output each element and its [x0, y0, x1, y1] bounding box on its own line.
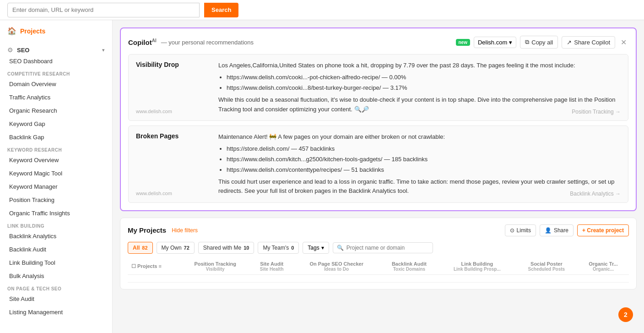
- sidebar-item-bulk-analysis[interactable]: Bulk Analysis: [0, 269, 112, 283]
- copilot-card: CopilotAI — your personal recommendation…: [120, 27, 637, 211]
- notification-badge[interactable]: 2: [618, 307, 633, 322]
- col-organic-traffic: Organic Tr... Organic...: [578, 258, 629, 275]
- sidebar-item-position-tracking[interactable]: Position Tracking: [0, 193, 112, 207]
- table-cell-ba: [379, 274, 439, 282]
- col-position-tracking: Position Tracking Visibility: [180, 258, 250, 275]
- list-item: https://www.delish.com/kitch...g2500/kit…: [227, 155, 621, 164]
- seo-section-label: SEO: [17, 47, 29, 54]
- list-item: https://www.delish.com/contenttype/recip…: [227, 165, 621, 175]
- domain-selector[interactable]: Delish.com ▾: [474, 37, 516, 48]
- col-projects: ☐ Projects ≡: [128, 258, 180, 275]
- insight-title-1: Visibility Drop: [136, 61, 209, 68]
- projects-header-actions: ⊙ Limits 👤 Share + Create project: [505, 224, 629, 236]
- list-item: https://www.delish.com/cooki...8/best-tu…: [227, 83, 621, 93]
- col-backlink-audit: Backlink Audit Toxic Domains: [379, 258, 439, 275]
- insight-bullets-2: https://store.delish.com/ — 457 backlink…: [227, 144, 621, 175]
- list-item: https://www.delish.com/cooki...-pot-chic…: [227, 73, 621, 82]
- copy-all-button[interactable]: ⧉ Copy all: [520, 36, 558, 49]
- sidebar-item-backlink-audit[interactable]: Backlink Audit: [0, 243, 112, 256]
- sidebar-projects-label: Projects: [20, 27, 45, 35]
- sidebar-category-on-page: On Page & Tech SEO: [0, 283, 112, 292]
- sidebar-category-link-building: Link Building: [0, 220, 112, 229]
- chevron-icon: ▾: [509, 39, 512, 46]
- list-item: https://store.delish.com/ — 457 backlink…: [227, 144, 621, 153]
- insight-domain-1: www.delish.com: [136, 109, 209, 114]
- sidebar-home[interactable]: 🏠 Projects: [0, 20, 112, 42]
- project-search-input[interactable]: [346, 245, 429, 251]
- chevron-tags-icon: ▾: [321, 245, 324, 251]
- main-content: CopilotAI — your personal recommendation…: [113, 20, 644, 333]
- project-search-wrap: 🔍: [333, 242, 433, 253]
- table-cell-op: [293, 274, 379, 282]
- share-icon: ↗: [567, 39, 572, 46]
- sidebar-item-listing-management[interactable]: Listing Management: [0, 306, 112, 319]
- insight-left-1: Visibility Drop www.delish.com: [136, 61, 209, 114]
- sidebar-item-site-audit[interactable]: Site Audit: [0, 292, 112, 306]
- sidebar-item-traffic-analytics[interactable]: Traffic Analytics: [0, 91, 112, 104]
- sidebar: 🏠 Projects ⚙ SEO ▾ SEO Dashboard Competi…: [0, 20, 113, 333]
- topbar: Search: [0, 0, 644, 20]
- copilot-header-right: new Delish.com ▾ ⧉ Copy all ↗ Share Copi…: [456, 36, 629, 49]
- search-button[interactable]: Search: [204, 3, 238, 17]
- close-button[interactable]: ✕: [619, 37, 628, 48]
- table-cell-pt: [180, 274, 250, 282]
- share-proj-icon: 👤: [545, 227, 552, 234]
- table-cell-sp: [515, 274, 578, 282]
- search-icon: 🔍: [337, 245, 344, 251]
- insight-visibility-drop: Visibility Drop www.delish.com Los Angel…: [128, 54, 628, 121]
- share-projects-button[interactable]: 👤 Share: [540, 224, 574, 236]
- domain-label: Delish.com: [478, 39, 507, 46]
- hide-filters-link[interactable]: Hide filters: [172, 227, 198, 234]
- tab-shared-with-me[interactable]: Shared with Me 10: [198, 242, 254, 254]
- sidebar-item-backlink-analytics[interactable]: Backlink Analytics: [0, 229, 112, 243]
- insight-content-2: Maintenance Alert! 🚧 A few pages on your…: [218, 132, 621, 196]
- col-on-page-seo: On Page SEO Checker Ideas to Do: [293, 258, 379, 275]
- table-cell-ot: [578, 274, 629, 282]
- sidebar-item-link-building-tool[interactable]: Link Building Tool: [0, 256, 112, 269]
- create-project-button[interactable]: + Create project: [577, 224, 629, 236]
- sidebar-item-keyword-overview[interactable]: Keyword Overview: [0, 153, 112, 167]
- limits-button[interactable]: ⊙ Limits: [505, 224, 536, 236]
- tab-all[interactable]: All 82: [128, 242, 153, 254]
- insight-left-2: Broken Pages www.delish.com: [136, 132, 209, 196]
- search-input[interactable]: [7, 3, 200, 17]
- chevron-down-icon: ▾: [102, 47, 105, 53]
- copilot-header: CopilotAI — your personal recommendation…: [128, 36, 628, 49]
- sidebar-seo-section[interactable]: ⚙ SEO ▾: [0, 42, 112, 55]
- tags-dropdown[interactable]: Tags ▾: [303, 242, 329, 254]
- sidebar-item-keyword-magic-tool[interactable]: Keyword Magic Tool: [0, 167, 112, 180]
- sidebar-item-domain-overview[interactable]: Domain Overview: [0, 77, 112, 91]
- share-copilot-button[interactable]: ↗ Share Copilot: [562, 36, 615, 49]
- sidebar-category-keyword-research: Keyword Research: [0, 144, 112, 153]
- projects-table: ☐ Projects ≡ Position Tracking Visibilit…: [128, 258, 629, 283]
- sidebar-item-keyword-gap[interactable]: Keyword Gap: [0, 117, 112, 131]
- tab-my-teams[interactable]: My Team's 0: [258, 242, 299, 254]
- new-badge: new: [456, 39, 470, 46]
- table-cell-sa: [250, 274, 293, 282]
- insight-link-2[interactable]: Backlink Analytics →: [570, 191, 621, 197]
- sidebar-item-organic-research[interactable]: Organic Research: [0, 104, 112, 117]
- copilot-subtitle: — your personal recommendations: [161, 39, 254, 46]
- copilot-title: CopilotAI: [128, 38, 157, 46]
- sidebar-item-organic-traffic-insights[interactable]: Organic Traffic Insights: [0, 207, 112, 220]
- insight-content-1: Los Angeles,California,United States on …: [218, 61, 621, 114]
- tab-my-own[interactable]: My Own 72: [157, 242, 195, 254]
- home-icon: 🏠: [7, 27, 16, 35]
- col-site-audit: Site Audit Site Health: [250, 258, 293, 275]
- table-cell-project: [128, 274, 180, 282]
- table-header-row: ☐ Projects ≡ Position Tracking Visibilit…: [128, 258, 629, 275]
- main-layout: 🏠 Projects ⚙ SEO ▾ SEO Dashboard Competi…: [0, 20, 644, 333]
- sidebar-item-keyword-manager[interactable]: Keyword Manager: [0, 180, 112, 193]
- sidebar-item-seo-dashboard[interactable]: SEO Dashboard: [0, 55, 112, 68]
- projects-title: My Projects: [128, 226, 166, 234]
- sidebar-item-backlink-gap[interactable]: Backlink Gap: [0, 131, 112, 144]
- table-cell-lb: [439, 274, 515, 282]
- insight-domain-2: www.delish.com: [136, 191, 209, 196]
- insight-link-1[interactable]: Position Tracking →: [572, 109, 621, 115]
- table-row: [128, 274, 629, 282]
- tabs-row: All 82 My Own 72 Shared with Me 10 My Te…: [128, 242, 629, 254]
- sidebar-category-competitive: Competitive Research: [0, 68, 112, 77]
- insight-broken-pages: Broken Pages www.delish.com Maintenance …: [128, 126, 628, 203]
- insight-title-2: Broken Pages: [136, 132, 209, 140]
- limits-icon: ⊙: [510, 227, 514, 234]
